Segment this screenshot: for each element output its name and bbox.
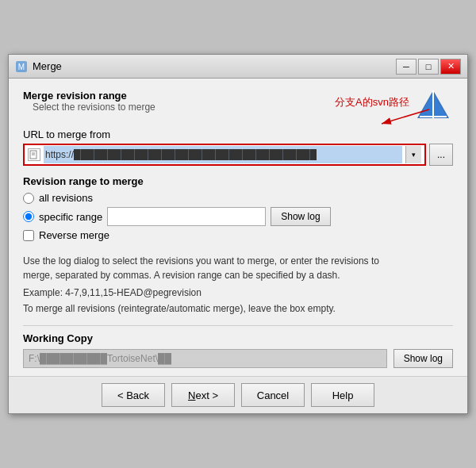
close-button[interactable]: ✕	[440, 59, 461, 75]
merge-dialog: M Merge ─ □ ✕ Merge revision range Selec…	[8, 54, 468, 414]
next-button[interactable]: Next >	[171, 383, 235, 407]
svg-text:M: M	[18, 63, 25, 71]
back-label: < Back	[117, 389, 149, 401]
revision-label: Revision range to merge	[23, 175, 453, 187]
file-icon	[28, 148, 40, 161]
url-dropdown[interactable]: ▾	[405, 146, 421, 163]
all-revisions-radio[interactable]	[23, 193, 34, 204]
url-browse-button[interactable]: ...	[429, 144, 453, 166]
back-button[interactable]: < Back	[102, 383, 165, 407]
show-log-button-revision[interactable]: Show log	[271, 207, 330, 226]
title-bar: M Merge ─ □ ✕	[9, 55, 467, 79]
hint-line2: merge, separated by commas. A revision r…	[23, 270, 340, 281]
url-row: ▾ ...	[23, 144, 453, 166]
title-bar-left: M Merge	[15, 60, 62, 73]
merge-icon: M	[15, 60, 28, 73]
example-text: Example: 4-7,9,11,15-HEAD@pegrevision	[23, 287, 453, 298]
url-section: URL to merge from ▾ ...	[23, 129, 453, 175]
show-log-button-wc[interactable]: Show log	[393, 349, 453, 368]
header-section: Merge revision range Select the revision…	[23, 90, 453, 121]
svg-line-7	[382, 109, 429, 124]
url-input[interactable]	[44, 146, 402, 163]
note-text: To merge all revisions (reintegrate/auto…	[23, 303, 453, 314]
reverse-merge-checkbox[interactable]	[23, 230, 34, 241]
working-copy-row: F:\██████████TortoiseNet\██ Show log	[23, 349, 453, 368]
url-input-wrapper: ▾	[23, 144, 426, 166]
cancel-button[interactable]: Cancel	[241, 383, 305, 407]
note-label: To merge all revisions (reintegrate/auto…	[23, 303, 336, 314]
dialog-footer: < Back Next > Cancel Help	[9, 376, 467, 413]
annotation-arrow	[350, 106, 445, 129]
all-revisions-row: all revisions	[23, 192, 453, 204]
wc-path-text: F:\██████████TortoiseNet\██	[29, 353, 171, 364]
minimize-button[interactable]: ─	[396, 59, 416, 75]
window-title: Merge	[33, 60, 62, 72]
help-button[interactable]: Help	[311, 383, 374, 407]
specific-range-label[interactable]: specific range	[39, 211, 102, 223]
revision-section: Revision range to merge all revisions sp…	[23, 175, 453, 247]
window-controls: ─ □ ✕	[396, 59, 461, 75]
specific-range-row: specific range Show log	[23, 207, 453, 226]
example-label: Example: 4-7,9,11,15-HEAD@pegrevision	[23, 287, 202, 298]
working-copy-section: Working Copy F:\██████████TortoiseNet\██…	[23, 325, 453, 368]
reverse-merge-label[interactable]: Reverse merge	[39, 229, 109, 241]
next-label: Next >	[188, 389, 218, 401]
maximize-button[interactable]: □	[418, 59, 439, 75]
working-copy-label: Working Copy	[23, 332, 453, 344]
hint-line1: Use the log dialog to select the revisio…	[23, 255, 379, 267]
dialog-content: Merge revision range Select the revision…	[9, 79, 467, 376]
specific-range-radio[interactable]	[23, 211, 34, 222]
hint-text: Use the log dialog to select the revisio…	[23, 254, 453, 282]
working-copy-path: F:\██████████TortoiseNet\██	[23, 349, 387, 368]
all-revisions-label[interactable]: all revisions	[39, 192, 93, 204]
url-label: URL to merge from	[23, 129, 453, 140]
specific-range-input[interactable]	[107, 207, 266, 226]
reverse-merge-row: Reverse merge	[23, 229, 453, 241]
specific-range-radio-row: specific range	[23, 211, 102, 223]
